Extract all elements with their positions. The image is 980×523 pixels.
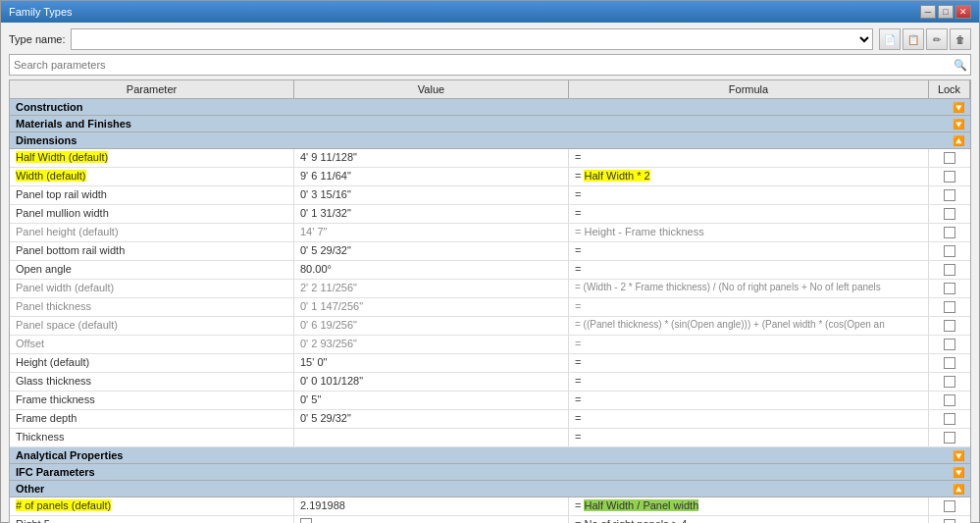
table-row[interactable]: Panel thickness 0' 1 147/256" =	[10, 298, 970, 317]
lock-glass-thickness[interactable]	[929, 373, 970, 391]
dimensions-toggle[interactable]: 🔼	[953, 135, 964, 146]
lock-frame-thickness[interactable]	[929, 392, 970, 409]
table-row[interactable]: Frame depth 0' 5 29/32" =	[10, 410, 970, 429]
value-half-width[interactable]: 4' 9 11/128"	[294, 149, 569, 167]
lock-half-width[interactable]	[929, 149, 970, 167]
lock-panel-top-rail[interactable]	[929, 186, 970, 204]
right5-checkbox[interactable]	[300, 518, 312, 523]
analytical-toggle[interactable]: 🔽	[953, 450, 964, 461]
formula-frame-thickness[interactable]: =	[569, 392, 929, 409]
value-height[interactable]: 15' 0"	[294, 354, 569, 372]
lock-panel-mullion[interactable]	[929, 205, 970, 223]
value-num-panels[interactable]: 2.191988	[294, 497, 569, 515]
formula-right5[interactable]: = No of right panels > 4	[569, 516, 929, 523]
lock-height[interactable]	[929, 354, 970, 372]
lock-checkbox[interactable]	[944, 227, 955, 238]
value-panel-space[interactable]: 0' 6 19/256"	[294, 317, 569, 335]
table-row[interactable]: Panel space (default) 0' 6 19/256" = ((P…	[10, 317, 970, 336]
lock-open-angle[interactable]	[929, 261, 970, 279]
lock-checkbox[interactable]	[944, 171, 955, 183]
maximize-button[interactable]: □	[938, 5, 954, 19]
formula-panel-mullion[interactable]: =	[569, 205, 929, 223]
table-row[interactable]: Frame thickness 0' 5" =	[10, 392, 970, 410]
formula-panel-width[interactable]: = (Width - 2 * Frame thickness) / (No of…	[569, 280, 929, 297]
formula-panel-top-rail[interactable]: =	[569, 186, 929, 204]
lock-offset[interactable]	[929, 336, 970, 353]
value-frame-thickness[interactable]: 0' 5"	[294, 392, 569, 409]
lock-checkbox[interactable]	[944, 413, 955, 425]
table-row[interactable]: Panel height (default) 14' 7" = Height -…	[10, 224, 970, 242]
lock-checkbox[interactable]	[944, 500, 955, 512]
formula-glass-thickness[interactable]: =	[569, 373, 929, 391]
lock-frame-depth[interactable]	[929, 410, 970, 428]
lock-checkbox[interactable]	[944, 301, 955, 313]
search-input[interactable]	[9, 54, 971, 76]
lock-checkbox[interactable]	[944, 189, 955, 201]
formula-panel-space[interactable]: = ((Panel thickness) * (sin(Open angle))…	[569, 317, 929, 335]
close-button[interactable]: ✕	[955, 5, 971, 19]
duplicate-type-button[interactable]: 📋	[903, 28, 924, 50]
formula-thickness[interactable]: =	[569, 429, 929, 446]
construction-toggle[interactable]: 🔽	[953, 102, 964, 113]
table-row[interactable]: Thickness =	[10, 429, 970, 447]
formula-width[interactable]: = Half Width * 2	[569, 168, 929, 185]
other-toggle[interactable]: 🔼	[953, 484, 964, 495]
formula-half-width[interactable]: =	[569, 149, 929, 167]
table-row[interactable]: # of panels (default) 2.191988 = Half Wi…	[10, 497, 970, 516]
lock-checkbox[interactable]	[944, 519, 955, 523]
formula-panel-bottom-rail[interactable]: =	[569, 242, 929, 260]
formula-frame-depth[interactable]: =	[569, 410, 929, 428]
lock-right5[interactable]	[929, 516, 970, 523]
table-row[interactable]: Panel top rail width 0' 3 15/16" =	[10, 186, 970, 205]
materials-toggle[interactable]: 🔽	[953, 119, 964, 130]
value-panel-mullion[interactable]: 0' 1 31/32"	[294, 205, 569, 223]
formula-height[interactable]: =	[569, 354, 929, 372]
value-offset[interactable]: 0' 2 93/256"	[294, 336, 569, 353]
lock-checkbox[interactable]	[944, 283, 955, 294]
table-row[interactable]: Panel mullion width 0' 1 31/32" =	[10, 205, 970, 224]
lock-checkbox[interactable]	[944, 245, 955, 257]
formula-panel-height[interactable]: = Height - Frame thickness	[569, 224, 929, 241]
lock-checkbox[interactable]	[944, 357, 955, 369]
value-thickness[interactable]	[294, 429, 569, 446]
table-row[interactable]: Half Width (default) 4' 9 11/128" =	[10, 149, 970, 168]
ifc-toggle[interactable]: 🔽	[953, 467, 964, 478]
lock-checkbox[interactable]	[944, 208, 955, 220]
lock-panel-space[interactable]	[929, 317, 970, 335]
table-row[interactable]: Open angle 80.00° =	[10, 261, 970, 280]
table-row[interactable]: Offset 0' 2 93/256" =	[10, 336, 970, 354]
table-row[interactable]: Panel bottom rail width 0' 5 29/32" =	[10, 242, 970, 261]
lock-checkbox[interactable]	[944, 432, 955, 444]
table-row[interactable]: Height (default) 15' 0" =	[10, 354, 970, 373]
lock-checkbox[interactable]	[944, 339, 955, 350]
lock-width[interactable]	[929, 168, 970, 185]
table-row[interactable]: Glass thickness 0' 0 101/128" =	[10, 373, 970, 392]
lock-panel-thickness[interactable]	[929, 298, 970, 316]
table-row[interactable]: Panel width (default) 2' 2 11/256" = (Wi…	[10, 280, 970, 298]
value-panel-thickness[interactable]: 0' 1 147/256"	[294, 298, 569, 316]
value-panel-top-rail[interactable]: 0' 3 15/16"	[294, 186, 569, 204]
type-name-combo[interactable]	[71, 28, 873, 50]
value-panel-width[interactable]: 2' 2 11/256"	[294, 280, 569, 297]
lock-num-panels[interactable]	[929, 497, 970, 515]
formula-panel-thickness[interactable]: =	[569, 298, 929, 316]
lock-thickness[interactable]	[929, 429, 970, 446]
value-glass-thickness[interactable]: 0' 0 101/128"	[294, 373, 569, 391]
value-open-angle[interactable]: 80.00°	[294, 261, 569, 279]
formula-offset[interactable]: =	[569, 336, 929, 353]
minimize-button[interactable]: ─	[920, 5, 936, 19]
lock-panel-width[interactable]	[929, 280, 970, 297]
rename-type-button[interactable]: ✏	[926, 28, 948, 50]
lock-checkbox[interactable]	[944, 320, 955, 332]
lock-panel-bottom-rail[interactable]	[929, 242, 970, 260]
formula-num-panels[interactable]: = Half Width / Panel width	[569, 497, 929, 515]
delete-type-button[interactable]: 🗑	[950, 28, 971, 50]
table-row[interactable]: Width (default) 9' 6 11/64" = Half Width…	[10, 168, 970, 186]
value-right5[interactable]	[294, 516, 569, 523]
formula-open-angle[interactable]: =	[569, 261, 929, 279]
lock-checkbox[interactable]	[944, 376, 955, 388]
new-type-button[interactable]: 📄	[879, 28, 901, 50]
lock-panel-height[interactable]	[929, 224, 970, 241]
table-body[interactable]: Construction 🔽 Materials and Finishes 🔽 …	[10, 99, 970, 523]
table-row[interactable]: Right 5 = No of right panels > 4	[10, 516, 970, 523]
